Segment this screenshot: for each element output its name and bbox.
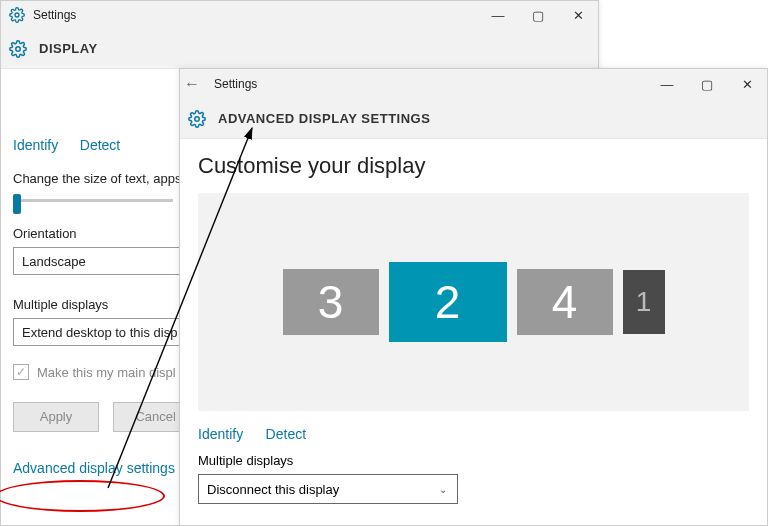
customise-heading: Customise your display [198, 153, 749, 179]
multiple-displays-value: Disconnect this display [207, 482, 339, 497]
identify-link[interactable]: Identify [13, 137, 58, 153]
gear-icon [188, 110, 206, 128]
titlebar: ← Settings — ▢ ✕ [180, 69, 767, 99]
svg-point-2 [195, 116, 200, 121]
window-controls: — ▢ ✕ [478, 1, 598, 29]
apply-button[interactable]: Apply [13, 402, 99, 432]
identify-link[interactable]: Identify [198, 426, 243, 442]
maximize-button[interactable]: ▢ [518, 1, 558, 29]
window-title: Settings [33, 8, 478, 22]
maximize-button[interactable]: ▢ [687, 69, 727, 99]
main-display-checkbox[interactable]: ✓ [13, 364, 29, 380]
monitor-2[interactable]: 2 [389, 262, 507, 342]
gear-icon [9, 40, 27, 58]
window-title: Settings [214, 77, 647, 91]
advanced-display-settings-link[interactable]: Advanced display settings [13, 460, 175, 476]
multiple-displays-value: Extend desktop to this disp [22, 325, 177, 340]
main-display-label: Make this my main displ [37, 365, 176, 380]
close-button[interactable]: ✕ [727, 69, 767, 99]
slider-track [13, 199, 173, 202]
orientation-value: Landscape [22, 254, 86, 269]
display-arrangement[interactable]: 3 2 4 1 [198, 193, 749, 411]
svg-point-1 [16, 46, 21, 51]
detect-link[interactable]: Detect [266, 426, 306, 442]
body: Customise your display 3 2 4 1 Identify … [180, 139, 767, 504]
monitor-3[interactable]: 3 [283, 269, 379, 335]
back-arrow-icon[interactable]: ← [180, 75, 204, 93]
display-links: Identify Detect [198, 425, 749, 443]
detect-link[interactable]: Detect [80, 137, 120, 153]
header: ADVANCED DISPLAY SETTINGS [180, 99, 767, 139]
slider-thumb[interactable] [13, 194, 21, 214]
minimize-button[interactable]: — [647, 69, 687, 99]
minimize-button[interactable]: — [478, 1, 518, 29]
close-button[interactable]: ✕ [558, 1, 598, 29]
monitor-1[interactable]: 1 [623, 270, 665, 334]
svg-point-0 [15, 13, 19, 17]
titlebar: Settings — ▢ ✕ [1, 1, 598, 29]
window-controls: — ▢ ✕ [647, 69, 767, 99]
multiple-displays-label: Multiple displays [198, 453, 749, 468]
page-title: ADVANCED DISPLAY SETTINGS [218, 111, 430, 126]
scale-slider[interactable] [13, 192, 173, 208]
chevron-down-icon: ⌄ [439, 484, 447, 495]
gear-icon [9, 7, 25, 23]
settings-window-advanced: ← Settings — ▢ ✕ ADVANCED DISPLAY SETTIN… [179, 68, 768, 526]
page-title: DISPLAY [39, 41, 98, 56]
monitor-4[interactable]: 4 [517, 269, 613, 335]
multiple-displays-select[interactable]: Disconnect this display ⌄ [198, 474, 458, 504]
header: DISPLAY [1, 29, 598, 69]
